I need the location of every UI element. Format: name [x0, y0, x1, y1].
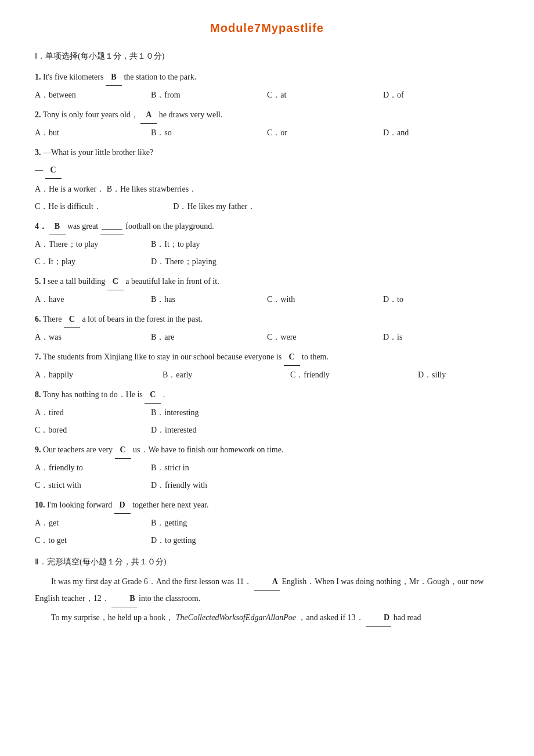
- q6-number: 6.: [35, 315, 41, 323]
- q4-opt-c: C．It；play: [35, 254, 151, 270]
- q10-options-row2: C．to get D．to getting: [35, 532, 499, 549]
- q1-number: 1.: [35, 73, 41, 81]
- cloze-para1-text3: into the classroom.: [139, 594, 200, 603]
- q3-number: 3.: [35, 148, 41, 157]
- question-6: 6. There C a lot of bears in the forest …: [35, 311, 499, 345]
- q1-text-after: the station to the park.: [124, 73, 196, 81]
- q10-text-after: together here next year.: [132, 501, 208, 509]
- q7-opt-d: D．silly: [418, 367, 499, 383]
- q5-text-before: I see a tall building: [43, 277, 107, 286]
- q1-opt-a: A．between: [35, 87, 151, 103]
- q4-answer: B: [49, 218, 66, 235]
- q7-opt-b: B．early: [163, 367, 290, 383]
- cloze-blank11: A: [254, 574, 280, 591]
- q2-text-before: Tony is only four years old，: [43, 110, 139, 119]
- question-4: 4． B was great _____ football on the pla…: [35, 218, 499, 270]
- q6-text-after: a lot of bears in the forest in the past…: [82, 315, 203, 323]
- q9-text-before: Our teachers are very: [43, 445, 115, 454]
- q3-opts-row2: C．He is difficult． D．He likes my father．: [35, 199, 499, 215]
- q2-number: 2.: [35, 110, 41, 119]
- q7-answer: C: [284, 349, 300, 366]
- q6-options: A．was B．are C．were D．is: [35, 329, 499, 345]
- question-1: 1. It's five kilometers B the station to…: [35, 69, 499, 103]
- q5-text-after: a beautiful lake in front of it.: [125, 277, 219, 286]
- q6-answer: C: [64, 311, 80, 328]
- cloze-para2-text2: ，and asked if 13．: [298, 613, 363, 622]
- q4-opt-d: D．There；playing: [151, 254, 325, 270]
- q5-options: A．have B．has C．with D．to: [35, 291, 499, 308]
- q9-opt-a: A．friendly to: [35, 460, 151, 476]
- q4-number: 4．: [35, 222, 47, 231]
- cloze-blank13: D: [366, 610, 391, 627]
- q5-opt-a: A．have: [35, 291, 151, 308]
- q10-text-before: I'm looking forward: [47, 501, 114, 509]
- question-9: 9. Our teachers are very C us．We have to…: [35, 442, 499, 494]
- q4-text-after: football on the playground.: [125, 222, 214, 231]
- q5-opt-b: B．has: [151, 291, 267, 308]
- q3-answer: C: [45, 162, 62, 179]
- page-title: Module7Mypastlife: [35, 17, 499, 38]
- q8-opt-d: D．interested: [151, 422, 325, 438]
- q9-opt-b: B．strict in: [151, 460, 325, 476]
- q7-number: 7.: [35, 352, 41, 361]
- q7-opt-a: A．happily: [35, 367, 163, 383]
- question-2: 2. Tony is only four years old， A he dra…: [35, 107, 499, 141]
- q9-opt-c: C．strict with: [35, 477, 151, 494]
- q8-opt-a: A．tired: [35, 405, 151, 421]
- q1-opt-c: C．at: [267, 87, 383, 103]
- q6-text-before: There: [43, 315, 64, 323]
- q6-opt-a: A．was: [35, 329, 151, 345]
- q7-opt-c: C．friendly: [290, 367, 418, 383]
- question-8: 8. Tony has nothing to do．He is C . A．ti…: [35, 387, 499, 438]
- q9-answer: C: [115, 442, 131, 459]
- q5-answer: C: [107, 273, 124, 290]
- q9-number: 9.: [35, 445, 41, 454]
- q3-answer-line: — C: [35, 162, 499, 179]
- q4-text-mid: was great: [67, 222, 100, 231]
- q8-number: 8.: [35, 390, 41, 399]
- q7-text-before: The students from Xinjiang like to stay …: [43, 352, 284, 361]
- q2-opt-a: A．but: [35, 125, 151, 141]
- q4-opt-a: A．There；to play: [35, 236, 151, 253]
- question-5: 5. I see a tall building C a beautiful l…: [35, 273, 499, 308]
- q3-opts-row1: A．He is a worker． B．He likes strawberrie…: [35, 181, 499, 197]
- cloze-para1: It was my first day at Grade 6．And the f…: [35, 574, 499, 607]
- cloze-para1-text1: It was my first day at Grade 6．And the f…: [51, 577, 252, 586]
- q6-opt-d: D．is: [383, 329, 499, 345]
- q10-opt-a: A．get: [35, 515, 151, 531]
- q9-options-row1: A．friendly to B．strict in: [35, 460, 499, 476]
- q1-options: A．between B．from C．at D．of: [35, 87, 499, 103]
- q2-opt-d: D．and: [383, 125, 499, 141]
- q2-options: A．but B．so C．or D．and: [35, 125, 499, 141]
- question-7: 7. The students from Xinjiang like to st…: [35, 349, 499, 383]
- q1-answer: B: [106, 69, 122, 86]
- q10-opt-c: C．to get: [35, 532, 151, 549]
- cloze-para2-text3: had read: [394, 613, 421, 622]
- q3-opt-b: B．He likes strawberries．: [107, 185, 197, 193]
- q7-options: A．happily B．early C．friendly D．silly: [35, 367, 499, 383]
- q10-opt-d: D．to getting: [151, 532, 325, 549]
- q3-dash: —: [35, 165, 45, 174]
- q2-answer: A: [140, 107, 157, 124]
- q8-text-before: Tony has nothing to do．He is: [43, 390, 143, 399]
- q1-opt-b: B．from: [151, 87, 267, 103]
- q3-opt-a: A．He is a worker．: [35, 185, 104, 193]
- q5-opt-d: D．to: [383, 291, 499, 308]
- q10-options-row1: A．get B．getting: [35, 515, 499, 531]
- cloze-book-title: TheCollectedWorksofEdgarAllanPoe: [176, 613, 296, 622]
- question-3: 3. —What is your little brother like? — …: [35, 145, 499, 215]
- q8-options-row2: C．bored D．interested: [35, 422, 499, 438]
- cloze-para2: To my surprise，he held up a book， TheCol…: [35, 610, 499, 627]
- q7-text-after: to them.: [302, 352, 329, 361]
- section2-header: Ⅱ．完形填空(每小题１分，共１０分): [35, 555, 499, 569]
- q10-number: 10.: [35, 501, 45, 509]
- q5-number: 5.: [35, 277, 41, 286]
- section1-header: Ⅰ．单项选择(每小题１分，共１０分): [35, 49, 499, 63]
- cloze-para2-text1: To my surprise，he held up a book，: [51, 613, 174, 622]
- q8-opt-b: B．interesting: [151, 405, 325, 421]
- q3-opt-c: C．He is difficult．: [35, 202, 102, 211]
- q10-answer: D: [114, 497, 131, 514]
- q5-opt-c: C．with: [267, 291, 383, 308]
- q8-options-row1: A．tired B．interesting: [35, 405, 499, 421]
- q9-text-after: us．We have to finish our homework on tim…: [133, 445, 283, 454]
